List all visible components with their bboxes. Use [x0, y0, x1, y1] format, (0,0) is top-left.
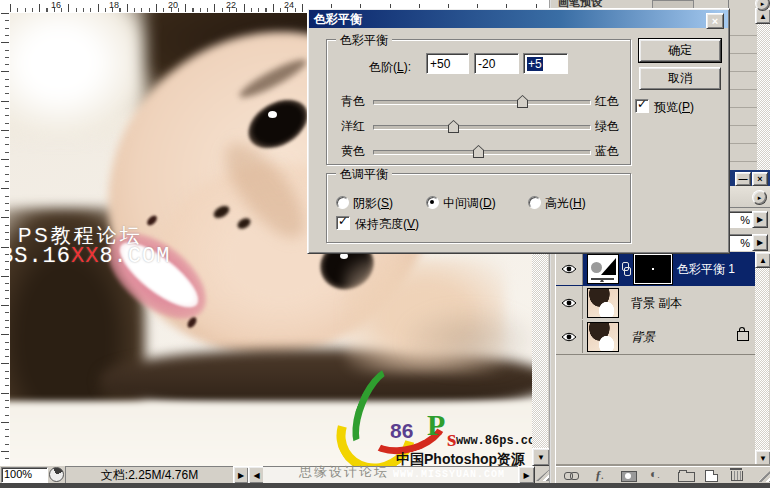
new-layer-icon[interactable] [705, 470, 718, 482]
lock-icon [737, 331, 749, 341]
layer-row-background-copy[interactable]: 背景 副本 [556, 286, 755, 321]
ruler-number: 24 [284, 0, 294, 10]
layer-thumbnail[interactable] [587, 288, 619, 318]
radio-icon[interactable] [528, 196, 541, 209]
zoom-level-field[interactable]: 100% [1, 467, 48, 483]
slider-left-label: 青色 [341, 93, 371, 110]
dropdown-arrow-button[interactable]: ▶ [752, 211, 768, 228]
preview-checkbox[interactable]: 预览(P) [635, 99, 694, 116]
scroll-right-button[interactable]: ▶ [518, 466, 535, 484]
history-row[interactable] [730, 18, 757, 36]
slider-right-label: 绿色 [595, 118, 625, 135]
history-palette-strip: ▲ ▸ [728, 0, 770, 170]
visibility-toggle[interactable] [556, 286, 583, 319]
layer-row-background[interactable]: 背景 [556, 320, 755, 355]
yellow-blue-slider-thumb[interactable] [473, 145, 484, 158]
watermark-missyuan-name: 思缘设计论坛 [299, 463, 389, 481]
dropdown-arrow-button[interactable]: ▶ [752, 234, 768, 251]
level-input-green[interactable]: -20 [474, 53, 519, 74]
layer-mask-thumbnail[interactable] [634, 254, 672, 284]
slider-left-label: 洋红 [341, 118, 371, 135]
history-row[interactable] [730, 108, 757, 126]
history-row[interactable] [730, 90, 757, 108]
layer-name[interactable]: 背景 副本 [631, 295, 682, 312]
layer-name[interactable]: 背景 [631, 329, 655, 346]
radio-icon[interactable] [336, 196, 349, 209]
options-bar-fragment: 画笔预设 [556, 0, 728, 8]
link-layers-icon[interactable] [564, 472, 573, 480]
history-row[interactable] [730, 54, 757, 72]
photoshop-app-window: 16 18 20 22 24 画笔预设 PS教程论坛 [0, 0, 770, 488]
history-row[interactable] [730, 144, 757, 162]
adjustment-layer-thumbnail[interactable] [587, 254, 619, 284]
slider-right-label: 红色 [595, 93, 625, 110]
slider-row-yellow-blue: 黄色 蓝色 [308, 143, 729, 159]
radio-highlights[interactable]: 高光(H) [528, 195, 586, 212]
add-mask-icon[interactable] [621, 471, 637, 482]
magenta-green-slider-thumb[interactable] [448, 120, 459, 133]
layer-thumbnail[interactable] [587, 322, 619, 352]
color-balance-dialog: 色彩平衡 × 色彩平衡 色阶(L): +50 -20 +5 青色 红色 洋红 绿… [307, 8, 730, 254]
checkbox-icon-checked[interactable] [635, 99, 649, 113]
radio-midtones[interactable]: 中间调(D) [426, 195, 496, 212]
options-bar-field-fragment [652, 0, 694, 8]
level-input-red[interactable]: +50 [426, 53, 469, 74]
group-legend: 色彩平衡 [336, 32, 392, 49]
adjustment-circle-icon [591, 262, 602, 273]
levels-label: 色阶(L): [369, 59, 411, 76]
adjustment-triangle-icon [601, 258, 616, 275]
eye-icon [561, 298, 577, 308]
radio-shadows[interactable]: 阴影(S) [336, 195, 393, 212]
watermark-missyuan-url: WWW.MISSYUAN.COM [393, 469, 505, 480]
history-row[interactable] [730, 36, 757, 54]
dialog-titlebar[interactable]: 色彩平衡 × [309, 10, 728, 28]
palette-menu-button[interactable]: ▸ [752, 190, 767, 205]
scroll-down-button[interactable]: ▼ [755, 450, 770, 466]
history-row[interactable] [730, 72, 757, 90]
cyan-red-slider-track[interactable] [373, 100, 591, 105]
scroll-up-button[interactable]: ▲ [755, 252, 770, 268]
logo-86ps-letter-s: s [447, 425, 456, 452]
layer-name[interactable]: 色彩平衡 1 [677, 261, 735, 278]
adjustment-layer-icon[interactable]: ◐. [650, 467, 660, 481]
level-input-blue[interactable]: +5 [523, 53, 568, 74]
eye-icon [561, 264, 577, 274]
layer-style-icon[interactable]: ƒ. [595, 467, 604, 483]
ok-button[interactable]: 确定 [639, 39, 721, 62]
visibility-toggle[interactable] [556, 320, 583, 353]
layer-row-color-balance[interactable]: 色彩平衡 1 [556, 252, 755, 287]
radio-icon-selected[interactable] [426, 196, 439, 209]
history-row[interactable] [730, 126, 757, 144]
link-mask-icon[interactable] [622, 262, 631, 276]
layers-palette-toolbar: ƒ. ◐. [556, 466, 770, 484]
ruler-number: 18 [109, 0, 119, 10]
cyan-red-slider-thumb[interactable] [517, 95, 528, 108]
close-icon[interactable]: × [752, 172, 768, 186]
cancel-button[interactable]: 取消 [639, 67, 721, 90]
layers-scrollbar[interactable]: ▲ ▼ [755, 252, 769, 466]
magenta-green-slider-track[interactable] [373, 125, 591, 130]
photo-eye-highlight [268, 111, 277, 118]
ruler-number: 20 [168, 0, 178, 10]
slider-row-magenta-green: 洋红 绿色 [308, 118, 729, 134]
ruler-number: 22 [226, 0, 236, 10]
visibility-toggle[interactable] [556, 252, 583, 285]
minimize-icon[interactable]: — [735, 172, 751, 186]
new-group-icon[interactable] [678, 472, 695, 482]
document-size-info: 文档:2.25M/4.76M [65, 466, 234, 484]
preserve-luminosity-checkbox[interactable]: 保持亮度(V) [336, 216, 419, 233]
scroll-down-button[interactable]: ▼ [532, 448, 550, 466]
efficiency-pie-icon [49, 467, 64, 482]
group-legend: 色调平衡 [336, 166, 392, 183]
slider-right-label: 蓝色 [595, 143, 625, 160]
history-scrollbar[interactable] [757, 8, 770, 170]
eye-icon [561, 332, 577, 342]
dialog-title: 色彩平衡 [314, 11, 362, 28]
watermark-red-xx: XX [71, 244, 99, 269]
status-popup-arrow-button[interactable]: ▶ [233, 466, 249, 484]
close-icon[interactable]: × [706, 13, 724, 29]
photo-pillow [10, 13, 145, 138]
checkbox-icon-checked[interactable] [336, 216, 350, 230]
logo-86ps-letter-p: P [427, 408, 445, 442]
delete-layer-icon[interactable] [731, 471, 743, 481]
